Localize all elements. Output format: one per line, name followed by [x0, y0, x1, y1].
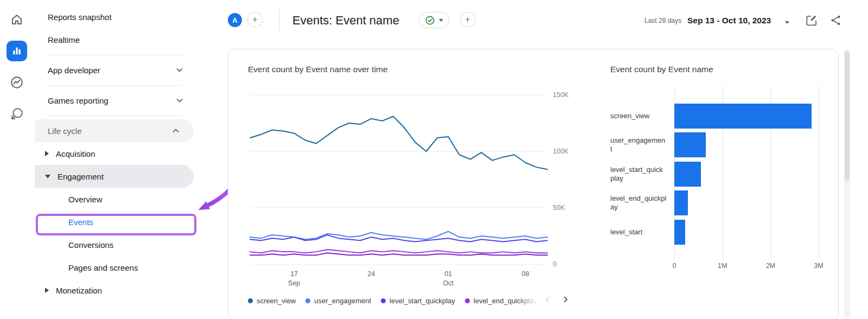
advertising-icon[interactable] [7, 104, 27, 124]
bar-row: user_engagement [610, 131, 827, 160]
sidebar-item-conversions[interactable]: Conversions [35, 233, 197, 256]
bar-row: level_start [610, 218, 827, 247]
line-chart: 150K100K50K017Sep2401Oct08 [248, 83, 584, 289]
sidebar-item-label: Events [68, 218, 93, 227]
reports-icon[interactable] [7, 41, 27, 61]
sidebar: Reports snapshot Realtime App developer … [35, 0, 197, 319]
y-tick-label: 50K [553, 204, 565, 212]
dropdown-caret-icon [439, 19, 443, 24]
bar-row: level_end_quickplay [610, 189, 827, 218]
explore-icon[interactable] [7, 72, 27, 93]
property-badge[interactable]: A [228, 13, 242, 27]
bar-category-label: level_start [610, 228, 667, 237]
page-title: Events: Event name [292, 14, 399, 28]
divider [279, 9, 279, 31]
triangle-right-icon [45, 151, 49, 156]
sidebar-item-label: Realtime [48, 35, 80, 44]
bar-category-label: level_end_quickplay [610, 194, 667, 212]
legend-label: screen_view [257, 297, 296, 305]
events-report-card: Event count by Event name over time 150K… [228, 49, 839, 319]
sidebar-item-label: Monetization [56, 286, 102, 295]
sidebar-item-label: Pages and screens [68, 263, 138, 272]
y-tick-label: 0 [553, 260, 557, 268]
bar[interactable] [674, 132, 706, 157]
series-line-screen_view [250, 117, 547, 170]
scrollbar-thumb[interactable] [845, 52, 850, 181]
sidebar-item-label: Reports snapshot [48, 12, 112, 22]
legend-label: level_start_quickplay [390, 297, 455, 305]
add-report-icon[interactable] [460, 12, 475, 27]
chevron-right-icon[interactable] [560, 295, 570, 304]
sidebar-item-label: Games reporting [48, 96, 108, 105]
chevron-up-icon [173, 129, 179, 133]
sidebar-item-label: Overview [68, 195, 103, 204]
sidebar-section-life-cycle[interactable]: Life cycle [35, 119, 194, 142]
x-tick-label: 01 [444, 270, 452, 278]
home-icon[interactable] [7, 9, 27, 30]
x-tick-label: 1M [718, 262, 727, 270]
sidebar-item-monetization[interactable]: Monetization [35, 279, 197, 302]
x-tick-sublabel: Oct [443, 279, 454, 287]
triangle-right-icon [45, 288, 49, 293]
series-line-level_start [250, 253, 547, 255]
bar-category-label: screen_view [610, 112, 667, 120]
sidebar-section-games-reporting[interactable]: Games reporting [35, 89, 197, 112]
x-tick-label: 17 [290, 270, 298, 278]
sidebar-item-reports-snapshot[interactable]: Reports snapshot [35, 5, 197, 28]
sidebar-item-label: Acquisition [56, 149, 95, 158]
bar-category-label: level_start_quickplay [610, 165, 667, 183]
report-status-dropdown[interactable] [419, 12, 449, 28]
sidebar-item-pages-and-screens[interactable]: Pages and screens [35, 256, 197, 279]
legend-label: level_end_quickplay [474, 297, 537, 305]
dropdown-caret-icon [785, 21, 789, 26]
sidebar-item-events[interactable]: Events [35, 210, 197, 233]
bar-row: level_start_quickplay [610, 160, 827, 189]
chevron-left-icon[interactable] [543, 295, 553, 304]
divider [35, 51, 197, 59]
chevron-down-icon [176, 68, 183, 72]
sidebar-item-label: App developer [48, 66, 100, 75]
bar-chart-title: Event count by Event name [610, 65, 713, 74]
sidebar-item-acquisition[interactable]: Acquisition [35, 142, 197, 165]
sidebar-item-realtime[interactable]: Realtime [35, 28, 197, 51]
y-tick-label: 150K [553, 91, 569, 99]
x-tick-label: 24 [367, 270, 375, 278]
legend-dot-icon [305, 298, 310, 303]
edit-report-icon[interactable] [805, 13, 819, 27]
sidebar-section-app-developer[interactable]: App developer [35, 59, 197, 81]
sidebar-item-label: Life cycle [48, 126, 82, 136]
sidebar-item-engagement[interactable]: Engagement [35, 165, 194, 188]
legend-item[interactable]: level_end_quickplay [465, 297, 537, 305]
divider [35, 112, 197, 119]
x-tick-label: 2M [766, 262, 775, 270]
legend-item[interactable]: level_start_quickplay [381, 297, 455, 305]
y-tick-label: 100K [553, 148, 569, 155]
legend-item[interactable]: screen_view [248, 297, 296, 305]
bar[interactable] [674, 190, 688, 215]
nav-rail [0, 0, 35, 319]
bar[interactable] [674, 162, 701, 187]
add-comparison-icon[interactable] [247, 12, 263, 27]
x-tick-sublabel: Sep [288, 279, 300, 287]
chevron-down-icon [176, 98, 183, 103]
sidebar-item-overview[interactable]: Overview [35, 188, 197, 210]
x-tick-label: 0 [673, 262, 676, 270]
legend-items: screen_viewuser_engagementlevel_start_qu… [248, 294, 544, 308]
check-circle-icon [425, 15, 435, 25]
bar-chart: screen_viewuser_engagementlevel_start_qu… [610, 83, 827, 278]
bar[interactable] [674, 220, 685, 245]
legend-dot-icon [465, 298, 470, 303]
legend-dot-icon [248, 298, 253, 303]
bar[interactable] [674, 104, 812, 129]
legend-item[interactable]: user_engagement [305, 297, 371, 305]
sidebar-item-label: Engagement [58, 172, 104, 181]
bar-category-label: user_engagement [610, 136, 667, 154]
triangle-down-icon [45, 175, 50, 178]
legend-dot-icon [381, 298, 386, 303]
share-icon[interactable] [829, 14, 842, 27]
line-chart-title: Event count by Event name over time [248, 65, 388, 74]
date-range-picker[interactable]: Sep 13 - Oct 10, 2023 [687, 16, 771, 25]
legend-label: user_engagement [314, 297, 371, 305]
sidebar-item-label: Conversions [68, 240, 113, 250]
series-line-level_end_quickplay [250, 250, 547, 253]
